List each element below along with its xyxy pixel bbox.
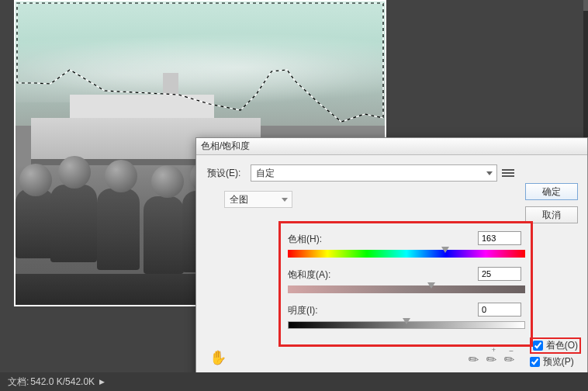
eyedropper-icon[interactable]: ✎ (465, 351, 482, 369)
colorize-checkbox[interactable] (533, 341, 543, 351)
colorize-label: 着色(O) (546, 339, 578, 352)
saturation-input[interactable] (478, 267, 521, 281)
colorize-highlight: 着色(O) (530, 337, 581, 354)
lightness-label: 明度(I): (288, 304, 318, 317)
lightness-slider-thumb[interactable] (403, 318, 410, 324)
saturation-slider-thumb[interactable] (427, 282, 435, 289)
preset-label: 预设(E): (207, 167, 246, 180)
doc-label: 文档: (8, 375, 29, 389)
doc-size: 542.0 K/542.0K (30, 376, 95, 387)
targeted-adjust-icon[interactable]: ✋ (209, 348, 227, 367)
edit-range-select[interactable]: 全图 (224, 191, 292, 208)
status-menu-icon[interactable]: ▶ (99, 378, 105, 386)
status-bar: 文档: 542.0 K/542.0K ▶ (0, 372, 588, 391)
cancel-button[interactable]: 取消 (525, 206, 578, 223)
lightness-input[interactable] (478, 303, 521, 317)
hue-slider-thumb[interactable] (441, 247, 449, 253)
edit-range-value: 全图 (230, 193, 248, 206)
eyedropper-add-icon[interactable]: ✎ (483, 351, 500, 369)
ok-button[interactable]: 确定 (525, 183, 578, 200)
hue-saturation-dialog: 色相/饱和度 预设(E): 自定 确定 取消 全图 色相(H): 饱和度(A): (195, 137, 588, 391)
preview-label: 预览(P) (543, 355, 574, 369)
hue-slider-track[interactable] (288, 250, 525, 258)
preset-select[interactable]: 自定 (251, 164, 497, 182)
dialog-title[interactable]: 色相/饱和度 (196, 138, 587, 155)
saturation-slider-track[interactable] (288, 285, 525, 293)
preview-checkbox[interactable] (530, 357, 540, 367)
preset-menu-icon[interactable] (502, 167, 514, 179)
eyedropper-subtract-icon[interactable]: ✎ (500, 351, 517, 369)
hue-input[interactable] (478, 231, 521, 245)
saturation-label: 饱和度(A): (288, 268, 330, 282)
preset-value: 自定 (256, 167, 275, 180)
hue-label: 色相(H): (288, 233, 322, 246)
